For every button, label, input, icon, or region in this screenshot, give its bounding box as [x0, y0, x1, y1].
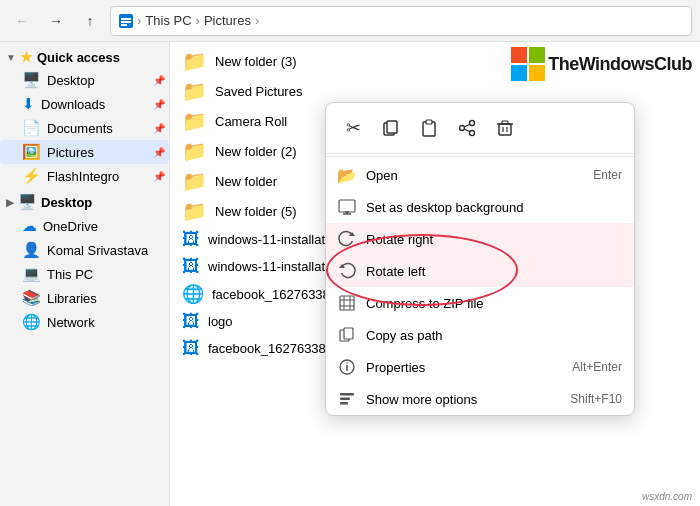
svg-rect-6	[511, 65, 527, 81]
pin-icon-downloads: 📌	[153, 99, 165, 110]
sidebar: ▼ ★ Quick access 🖥️ Desktop 📌 ⬇ Download…	[0, 42, 170, 506]
ctx-desktop-bg-item[interactable]: Set as desktop background	[326, 191, 634, 223]
back-button[interactable]: ←	[8, 7, 36, 35]
forward-button[interactable]: →	[42, 7, 70, 35]
ctx-copy-path-label: Copy as path	[366, 328, 443, 343]
svg-rect-34	[344, 328, 353, 339]
ctx-paste-button[interactable]	[412, 111, 446, 145]
folder-icon: 📁	[182, 169, 207, 193]
sidebar-item-network[interactable]: 🌐 Network	[0, 310, 169, 334]
content-area: TheWindowsClub 📁 New folder (3) 📁 Saved …	[170, 42, 700, 506]
ctx-more-options-label: Show more options	[366, 392, 477, 407]
ctx-copy-button[interactable]	[374, 111, 408, 145]
address-sep1: ›	[137, 13, 141, 28]
share-icon	[458, 119, 476, 137]
desktop-bg-svg	[338, 198, 356, 216]
documents-label: Documents	[47, 121, 113, 136]
paste-icon	[420, 119, 438, 137]
copy-path-svg	[338, 326, 356, 344]
open-icon: 📂	[338, 166, 356, 184]
network-icon: 🌐	[22, 313, 41, 331]
twc-text: TheWindowsClub	[548, 54, 692, 75]
compress-icon	[338, 294, 356, 312]
address-this-pc[interactable]: This PC	[145, 13, 191, 28]
libraries-label: Libraries	[47, 291, 97, 306]
ctx-more-options-item[interactable]: Show more options Shift+F10	[326, 383, 634, 415]
svg-rect-11	[426, 120, 432, 124]
sidebar-item-flash[interactable]: ⚡ FlashIntegro 📌	[0, 164, 169, 188]
image-file-icon: 🖼	[182, 256, 200, 277]
svg-rect-22	[339, 200, 355, 212]
svg-point-14	[470, 131, 475, 136]
onedrive-label: OneDrive	[43, 219, 98, 234]
flash-icon: ⚡	[22, 167, 41, 185]
delete-icon	[496, 119, 514, 137]
twc-logo: TheWindowsClub	[504, 44, 698, 84]
sidebar-item-komal[interactable]: 👤 Komal Srivastavа	[0, 238, 169, 262]
address-pictures[interactable]: Pictures	[204, 13, 251, 28]
ctx-rotate-right-label: Rotate right	[366, 232, 433, 247]
ctx-properties-label: Properties	[366, 360, 425, 375]
image-file-icon: 🖼	[182, 311, 200, 332]
ctx-copy-path-item[interactable]: Copy as path	[326, 319, 634, 351]
folder-icon: 📁	[182, 49, 207, 73]
folder-icon: 📁	[182, 199, 207, 223]
sidebar-item-libraries[interactable]: 📚 Libraries	[0, 286, 169, 310]
image-file-icon: 🖼	[182, 338, 200, 359]
sidebar-item-thispc[interactable]: 💻 This PC	[0, 262, 169, 286]
komal-icon: 👤	[22, 241, 41, 259]
thispc-label: This PC	[47, 267, 93, 282]
downloads-label: Downloads	[41, 97, 105, 112]
ctx-share-button[interactable]	[450, 111, 484, 145]
svg-rect-39	[340, 398, 350, 401]
desktop-section-header[interactable]: ▶ 🖥️ Desktop	[0, 190, 169, 214]
sidebar-item-desktop[interactable]: 🖥️ Desktop 📌	[0, 68, 169, 92]
more-options-svg	[338, 390, 356, 408]
svg-rect-2	[121, 21, 131, 23]
compress-svg	[338, 294, 356, 312]
ctx-properties-item[interactable]: Properties Alt+Enter	[326, 351, 634, 383]
rotate-left-svg	[338, 262, 356, 280]
ctx-delete-button[interactable]	[488, 111, 522, 145]
desktop-section: ▶ 🖥️ Desktop ☁ OneDrive 👤 Komal Srivasta…	[0, 190, 169, 334]
svg-rect-7	[529, 65, 545, 81]
up-button[interactable]: ↑	[76, 7, 104, 35]
svg-rect-5	[529, 47, 545, 63]
ctx-open-item[interactable]: 📂 Open Enter	[326, 159, 634, 191]
file-name: Saved Pictures	[215, 84, 688, 99]
context-menu-top-icons: ✂	[326, 103, 634, 154]
quick-access-section: ▼ ★ Quick access 🖥️ Desktop 📌 ⬇ Download…	[0, 46, 169, 188]
image-file-icon: 🖼	[182, 229, 200, 250]
flash-label: FlashIntegro	[47, 169, 119, 184]
folder-icon: 📁	[182, 79, 207, 103]
address-bar[interactable]: › This PC › Pictures ›	[110, 6, 692, 36]
properties-svg	[338, 358, 356, 376]
ctx-open-shortcut: Enter	[593, 168, 622, 182]
svg-rect-1	[121, 18, 131, 20]
context-menu[interactable]: ✂ 📂	[325, 102, 635, 416]
sidebar-item-pictures[interactable]: 🖼️ Pictures 📌	[0, 140, 169, 164]
ctx-rotate-right-item[interactable]: Rotate right	[326, 223, 634, 255]
svg-point-13	[460, 126, 465, 131]
ctx-cut-button[interactable]: ✂	[336, 111, 370, 145]
desktop-section-icon: 🖥️	[18, 193, 37, 211]
address-sep3: ›	[255, 13, 259, 28]
ctx-more-options-shortcut: Shift+F10	[570, 392, 622, 406]
ctx-rotate-left-item[interactable]: Rotate left	[326, 255, 634, 287]
desktop-label: Desktop	[47, 73, 95, 88]
quick-access-header[interactable]: ▼ ★ Quick access	[0, 46, 169, 68]
folder-icon: 📁	[182, 139, 207, 163]
thispc-icon: 💻	[22, 265, 41, 283]
sidebar-item-downloads[interactable]: ⬇ Downloads 📌	[0, 92, 169, 116]
pin-icon-documents: 📌	[153, 123, 165, 134]
windows-flag-icon	[510, 46, 546, 82]
komal-label: Komal Srivastavа	[47, 243, 148, 258]
pictures-label: Pictures	[47, 145, 94, 160]
ctx-compress-item[interactable]: Compress to ZIP file	[326, 287, 634, 319]
ctx-rotate-left-label: Rotate left	[366, 264, 425, 279]
folder-icon: 📁	[182, 109, 207, 133]
svg-rect-38	[340, 393, 354, 396]
libraries-icon: 📚	[22, 289, 41, 307]
sidebar-item-onedrive[interactable]: ☁ OneDrive	[0, 214, 169, 238]
sidebar-item-documents[interactable]: 📄 Documents 📌	[0, 116, 169, 140]
